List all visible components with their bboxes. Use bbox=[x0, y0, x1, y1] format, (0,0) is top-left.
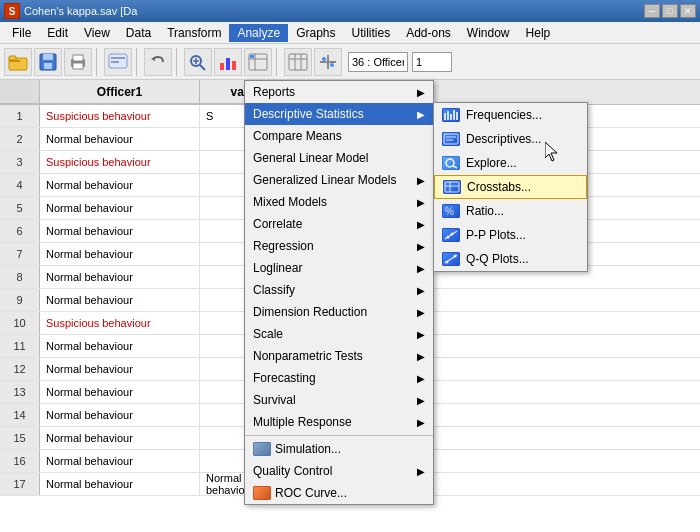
menu-item-regression[interactable]: Regression ▶ bbox=[245, 235, 433, 257]
toolbar bbox=[0, 44, 700, 80]
cell-officer1[interactable]: Normal behaviour bbox=[40, 266, 200, 288]
cell-officer1[interactable]: Suspicious behaviour bbox=[40, 312, 200, 334]
col-header-officer1[interactable]: Officer1 bbox=[40, 80, 200, 104]
menu-window[interactable]: Window bbox=[459, 24, 518, 42]
undo-button[interactable] bbox=[144, 48, 172, 76]
menu-graphs[interactable]: Graphs bbox=[288, 24, 343, 42]
cell-officer1[interactable]: Normal behaviour bbox=[40, 197, 200, 219]
cell-value-input[interactable] bbox=[412, 52, 452, 72]
menu-transform[interactable]: Transform bbox=[159, 24, 229, 42]
grid-corner bbox=[0, 80, 40, 104]
arrow-icon: ▶ bbox=[417, 417, 425, 428]
chart-button[interactable] bbox=[214, 48, 242, 76]
grid-button[interactable] bbox=[284, 48, 312, 76]
menu-addons[interactable]: Add-ons bbox=[398, 24, 459, 42]
svg-point-51 bbox=[454, 255, 457, 258]
menu-view[interactable]: View bbox=[76, 24, 118, 42]
cell-officer1[interactable]: Normal behaviour bbox=[40, 404, 200, 426]
svg-rect-37 bbox=[444, 134, 458, 144]
cell-officer1[interactable]: Normal behaviour bbox=[40, 473, 200, 495]
menu-item-dimreduction[interactable]: Dimension Reduction ▶ bbox=[245, 301, 433, 323]
row-number: 13 bbox=[0, 381, 40, 403]
row-number: 5 bbox=[0, 197, 40, 219]
submenu-crosstabs[interactable]: Crosstabs... bbox=[434, 175, 587, 199]
menu-item-glm[interactable]: General Linear Model bbox=[245, 147, 433, 169]
cell-officer1[interactable]: Suspicious behaviour bbox=[40, 151, 200, 173]
menu-item-mixed[interactable]: Mixed Models ▶ bbox=[245, 191, 433, 213]
menu-item-compare[interactable]: Compare Means bbox=[245, 125, 433, 147]
svg-rect-19 bbox=[232, 61, 236, 70]
row-number: 11 bbox=[0, 335, 40, 357]
row-number: 15 bbox=[0, 427, 40, 449]
cell-officer1[interactable]: Normal behaviour bbox=[40, 128, 200, 150]
menu-item-correlate[interactable]: Correlate ▶ bbox=[245, 213, 433, 235]
cell-officer1[interactable]: Normal behaviour bbox=[40, 427, 200, 449]
menu-item-multiresponse[interactable]: Multiple Response ▶ bbox=[245, 411, 433, 433]
table-button[interactable] bbox=[244, 48, 272, 76]
row-number: 6 bbox=[0, 220, 40, 242]
minimize-button[interactable]: ─ bbox=[644, 4, 660, 18]
app-icon: S bbox=[4, 3, 20, 19]
menu-item-scale[interactable]: Scale ▶ bbox=[245, 323, 433, 345]
cell-officer1[interactable]: Normal behaviour bbox=[40, 450, 200, 472]
menu-item-nonparam[interactable]: Nonparametric Tests ▶ bbox=[245, 345, 433, 367]
menu-item-classify[interactable]: Classify ▶ bbox=[245, 279, 433, 301]
close-button[interactable]: ✕ bbox=[680, 4, 696, 18]
ratio-icon: % bbox=[442, 204, 460, 218]
descriptive-stats-submenu[interactable]: Frequencies... Descriptives... Explore..… bbox=[433, 102, 588, 272]
submenu-descriptives[interactable]: Descriptives... bbox=[434, 127, 587, 151]
menu-item-gglm[interactable]: Generalized Linear Models ▶ bbox=[245, 169, 433, 191]
svg-line-14 bbox=[200, 65, 205, 70]
menu-utilities[interactable]: Utilities bbox=[343, 24, 398, 42]
submenu-qq-plots[interactable]: Q-Q Plots... bbox=[434, 247, 587, 271]
cell-officer1[interactable]: Normal behaviour bbox=[40, 220, 200, 242]
row-number: 8 bbox=[0, 266, 40, 288]
cell-officer1[interactable]: Normal behaviour bbox=[40, 358, 200, 380]
cell-officer1[interactable]: Suspicious behaviour bbox=[40, 105, 200, 127]
menu-edit[interactable]: Edit bbox=[39, 24, 76, 42]
save-button[interactable] bbox=[34, 48, 62, 76]
print-button[interactable] bbox=[64, 48, 92, 76]
svg-rect-7 bbox=[73, 55, 83, 61]
menu-item-reports[interactable]: Reports ▶ bbox=[245, 81, 433, 103]
cell-officer1[interactable]: Normal behaviour bbox=[40, 381, 200, 403]
submenu-ratio[interactable]: % Ratio... bbox=[434, 199, 587, 223]
submenu-explore[interactable]: Explore... bbox=[434, 151, 587, 175]
menu-file[interactable]: File bbox=[4, 24, 39, 42]
cell-officer1[interactable]: Normal behaviour bbox=[40, 289, 200, 311]
pp-plots-icon bbox=[442, 228, 460, 242]
menu-item-simulation[interactable]: Simulation... bbox=[245, 438, 433, 460]
cell-officer1[interactable]: Normal behaviour bbox=[40, 335, 200, 357]
cell-ref-input[interactable] bbox=[348, 52, 408, 72]
menu-separator bbox=[245, 435, 433, 436]
svg-rect-42 bbox=[445, 182, 459, 192]
analyze-dropdown[interactable]: Reports ▶ Descriptive Statistics ▶ Compa… bbox=[244, 80, 434, 505]
row-number: 3 bbox=[0, 151, 40, 173]
menu-item-loglinear[interactable]: Loglinear ▶ bbox=[245, 257, 433, 279]
svg-point-50 bbox=[446, 261, 449, 264]
menu-item-survival[interactable]: Survival ▶ bbox=[245, 389, 433, 411]
menu-item-forecasting[interactable]: Forecasting ▶ bbox=[245, 367, 433, 389]
svg-rect-4 bbox=[43, 54, 53, 60]
svg-rect-35 bbox=[453, 110, 455, 120]
svg-point-40 bbox=[446, 159, 454, 167]
cell-officer1[interactable]: Normal behaviour bbox=[40, 174, 200, 196]
qq-plots-icon bbox=[442, 252, 460, 266]
menu-help[interactable]: Help bbox=[518, 24, 559, 42]
dialog-button[interactable] bbox=[104, 48, 132, 76]
svg-rect-11 bbox=[111, 61, 119, 63]
scale-button[interactable] bbox=[314, 48, 342, 76]
menu-analyze[interactable]: Analyze bbox=[229, 24, 288, 42]
menu-item-qualitycontrol[interactable]: Quality Control ▶ bbox=[245, 460, 433, 482]
menu-item-descriptive[interactable]: Descriptive Statistics ▶ bbox=[245, 103, 433, 125]
open-button[interactable] bbox=[4, 48, 32, 76]
arrow-icon: ▶ bbox=[417, 285, 425, 296]
menu-item-roc[interactable]: ROC Curve... bbox=[245, 482, 433, 504]
submenu-frequencies[interactable]: Frequencies... bbox=[434, 103, 587, 127]
cell-officer1[interactable]: Normal behaviour bbox=[40, 243, 200, 265]
svg-rect-23 bbox=[250, 55, 254, 58]
menu-data[interactable]: Data bbox=[118, 24, 159, 42]
submenu-pp-plots[interactable]: P-P Plots... bbox=[434, 223, 587, 247]
maximize-button[interactable]: □ bbox=[662, 4, 678, 18]
find-button[interactable] bbox=[184, 48, 212, 76]
